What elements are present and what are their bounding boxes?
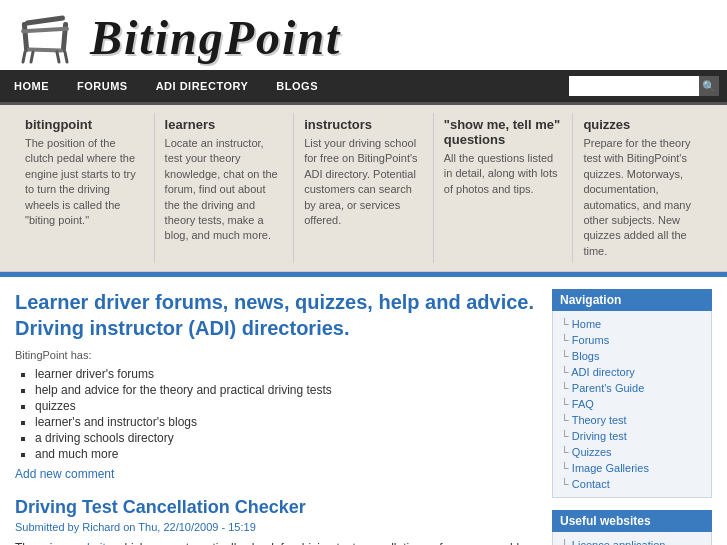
list-item: a driving schools directory <box>35 431 537 445</box>
info-col-body-2: List your driving school for free on Bit… <box>304 136 423 228</box>
sidebar-link-faq[interactable]: FAQ <box>561 396 703 412</box>
info-col-title-1: learners <box>165 117 284 132</box>
sidebar-link-forums[interactable]: Forums <box>561 332 703 348</box>
add-comment-link[interactable]: Add new comment <box>15 467 537 481</box>
nav-adi-directory[interactable]: ADI Directory <box>142 70 263 102</box>
sidebar-link-blogs[interactable]: Blogs <box>561 348 703 364</box>
svg-rect-1 <box>22 22 30 52</box>
search-button[interactable]: 🔍 <box>699 76 719 96</box>
sidebar-link-licence-application[interactable]: Licence application <box>561 537 703 545</box>
list-item: quizzes <box>35 399 537 413</box>
search-box: 🔍 <box>569 76 719 96</box>
nav-home[interactable]: Home <box>0 70 63 102</box>
nav-forums[interactable]: Forums <box>63 70 142 102</box>
list-item: help and advice for the theory and pract… <box>35 383 537 397</box>
dtc-website-link[interactable]: website <box>72 541 113 545</box>
info-strip: bitingpoint The position of the clutch p… <box>0 102 727 272</box>
useful-websites-content: Licence application Lost your licence? O… <box>552 532 712 545</box>
svg-line-8 <box>57 52 59 62</box>
svg-rect-0 <box>25 15 65 26</box>
info-col-body-4: Prepare for the theory test with BitingP… <box>583 136 702 259</box>
useful-websites-box: Useful websites Licence application Lost… <box>552 510 712 545</box>
info-col-body-3: All the questions listed in detail, alon… <box>444 151 563 197</box>
sidebar-link-contact[interactable]: Contact <box>561 476 703 492</box>
sidebar-link-parents-guide[interactable]: Parent's Guide <box>561 380 703 396</box>
info-col-title-2: instructors <box>304 117 423 132</box>
dtc-on: on <box>123 521 138 533</box>
list-item: and much more <box>35 447 537 461</box>
list-item: learner driver's forums <box>35 367 537 381</box>
sidebar-link-driving-test[interactable]: Driving test <box>561 428 703 444</box>
sidebar-link-quizzes[interactable]: Quizzes <box>561 444 703 460</box>
dtc-byline-prefix: Submitted by <box>15 521 79 533</box>
dtc-date: Thu, 22/10/2009 - 15:19 <box>138 521 255 533</box>
navigation-box: Navigation Home Forums Blogs ADI directo… <box>552 289 712 498</box>
main-layout: Learner driver forums, news, quizzes, he… <box>0 277 727 545</box>
navigation-box-content: Home Forums Blogs ADI directory Parent's… <box>552 311 712 498</box>
info-col-title-3: "show me, tell me" questions <box>444 117 563 147</box>
info-col-body-0: The position of the clutch pedal where t… <box>25 136 144 228</box>
svg-rect-2 <box>61 22 69 52</box>
sidebar-link-home[interactable]: Home <box>561 316 703 332</box>
logo-icon <box>15 10 75 65</box>
info-col-bitingpoint: bitingpoint The position of the clutch p… <box>15 113 155 263</box>
info-col-showme: "show me, tell me" questions All the que… <box>434 113 574 263</box>
dtc-body: There is a website which can automatical… <box>15 539 537 545</box>
search-input[interactable] <box>569 76 699 96</box>
info-col-title-0: bitingpoint <box>25 117 144 132</box>
navbar: Home Forums ADI Directory Blogs 🔍 <box>0 70 727 102</box>
dtc-byline: Submitted by Richard on Thu, 22/10/2009 … <box>15 521 537 533</box>
sidebar-link-image-galleries[interactable]: Image Galleries <box>561 460 703 476</box>
svg-line-7 <box>31 52 33 62</box>
page-heading: Learner driver forums, news, quizzes, he… <box>15 289 537 341</box>
dtc-body-prefix: There is a <box>15 541 72 545</box>
dtc-paragraph-1: There is a website which can automatical… <box>15 539 537 545</box>
content-intro: BitingPoint has: <box>15 349 537 361</box>
content-area: Learner driver forums, news, quizzes, he… <box>15 289 537 545</box>
dtc-author[interactable]: Richard <box>82 521 120 533</box>
navigation-box-title: Navigation <box>552 289 712 311</box>
svg-line-5 <box>23 52 25 62</box>
sidebar: Navigation Home Forums Blogs ADI directo… <box>552 289 712 545</box>
info-col-instructors: instructors List your driving school for… <box>294 113 434 263</box>
sidebar-link-theory-test[interactable]: Theory test <box>561 412 703 428</box>
info-col-quizzes: quizzes Prepare for the theory test with… <box>573 113 712 263</box>
info-col-body-1: Locate an instructor, test your theory k… <box>165 136 284 244</box>
useful-websites-title: Useful websites <box>552 510 712 532</box>
svg-line-6 <box>65 52 67 62</box>
info-col-title-4: quizzes <box>583 117 702 132</box>
nav-blogs[interactable]: Blogs <box>262 70 332 102</box>
bullet-list: learner driver's forums help and advice … <box>35 367 537 461</box>
svg-rect-3 <box>21 27 69 34</box>
sidebar-link-adi-directory[interactable]: ADI directory <box>561 364 703 380</box>
list-item: learner's and instructor's blogs <box>35 415 537 429</box>
info-col-learners: learners Locate an instructor, test your… <box>155 113 295 263</box>
header: BitingPoint <box>0 0 727 70</box>
dtc-heading: Driving Test Cancellation Checker <box>15 497 537 518</box>
site-logo-text: BitingPoint <box>90 10 341 65</box>
